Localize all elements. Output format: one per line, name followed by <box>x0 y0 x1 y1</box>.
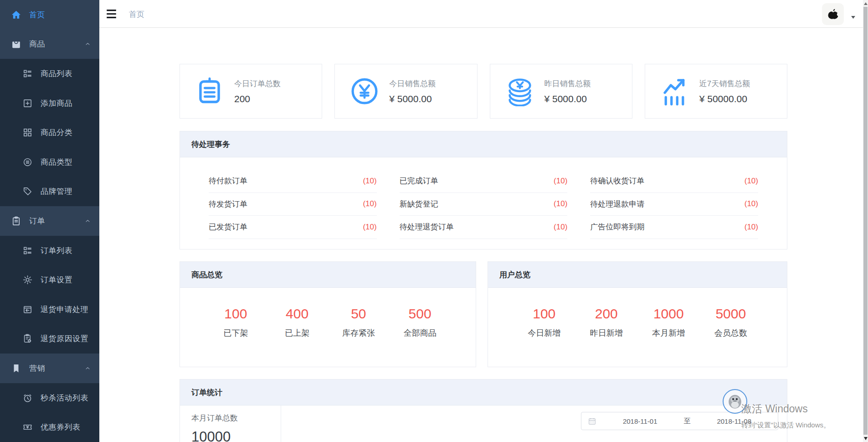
stat-card-value: 200 <box>234 94 281 104</box>
sidebar-item-product-add[interactable]: 添加商品 <box>0 88 99 118</box>
sidebar-item-label: 优惠券列表 <box>41 422 81 432</box>
sidebar-item-product[interactable]: 商品 <box>0 30 99 59</box>
stat-card-label: 近7天销售总额 <box>699 78 750 89</box>
date-separator: 至 <box>684 417 691 426</box>
user-stat: 5000会员总数 <box>700 306 762 338</box>
todo-item-label: 待处理退货订单 <box>400 222 454 232</box>
todo-item[interactable]: 待处理退货订单(10) <box>400 216 568 239</box>
scrollbar-thumb[interactable] <box>863 7 868 435</box>
sidebar-item-label: 品牌管理 <box>41 186 72 197</box>
sidebar-item-label: 退货申请处理 <box>41 304 88 315</box>
scrollbar-up-arrow[interactable] <box>863 0 868 7</box>
order-statistics-title: 订单统计 <box>180 380 787 406</box>
todo-item[interactable]: 待处理退款申请(10) <box>590 193 758 216</box>
tag-icon <box>21 186 34 197</box>
sidebar-item-product-list[interactable]: 商品列表 <box>0 59 99 88</box>
user-stat-value: 1000 <box>637 306 700 322</box>
sidebar-item-label: 退货原因设置 <box>41 333 88 344</box>
sidebar-item-label: 订单设置 <box>41 275 72 285</box>
breadcrumb[interactable]: 首页 <box>129 9 144 20</box>
clipboard-gear-icon <box>21 333 34 344</box>
sidebar-item-marketing[interactable]: 营销 <box>0 354 99 383</box>
todo-item[interactable]: 已发货订单(10) <box>209 216 377 239</box>
coupon-icon <box>21 422 34 433</box>
trend-chart-icon <box>660 76 690 106</box>
user-stat: 100今日新增 <box>513 306 575 338</box>
todo-item[interactable]: 新缺货登记(10) <box>400 193 568 216</box>
sidebar-item-label: 添加商品 <box>41 98 72 109</box>
sidebar-item-home[interactable]: 首页 <box>0 0 99 30</box>
sidebar-item-product-type[interactable]: 商品类型 <box>0 147 99 177</box>
sidebar-item-flash-list[interactable]: 秒杀活动列表 <box>0 383 99 413</box>
coins-icon <box>505 76 535 106</box>
todo-item-count: (10) <box>554 199 567 208</box>
sidebar-item-product-category[interactable]: 商品分类 <box>0 118 99 147</box>
todo-item[interactable]: 待发货订单(10) <box>209 193 377 216</box>
clipboard-icon <box>10 215 22 226</box>
user-stats: 100今日新增200昨日新增1000本月新增5000会员总数 <box>488 288 787 338</box>
todo-item-label: 待确认收货订单 <box>590 176 644 186</box>
product-stat-label: 全部商品 <box>389 328 451 338</box>
stat-card-info: 昨日销售总额¥ 5000.00 <box>544 78 591 104</box>
stat-card-today-sales: 今日销售总额¥ 5000.00 <box>334 64 477 119</box>
add-square-icon <box>21 98 34 109</box>
sidebar-item-label: 首页 <box>29 10 45 20</box>
date-start-input[interactable]: 2018-11-01 <box>596 417 684 425</box>
date-end-input[interactable]: 2018-11-08 <box>691 417 778 425</box>
stat-card-label: 今日订单总数 <box>234 78 281 89</box>
sidebar-item-label: 商品类型 <box>41 157 72 167</box>
todo-item[interactable]: 已完成订单(10) <box>400 170 568 193</box>
stat-card-yesterday-sales: 昨日销售总额¥ 5000.00 <box>490 64 632 119</box>
order-chart-area: 2018-11-01 至 2018-11-08 <box>281 406 787 442</box>
sidebar-item-return-apply[interactable]: 退货申请处理 <box>0 295 99 324</box>
order-metric-label: 本月订单总数 <box>191 413 281 423</box>
product-stat: 50库存紧张 <box>328 306 390 338</box>
qq-widget-button[interactable] <box>723 389 747 414</box>
todo-item-label: 广告位即将到期 <box>590 222 644 232</box>
sidebar-item-order-setting[interactable]: 订单设置 <box>0 265 99 295</box>
bag-icon <box>10 39 22 50</box>
gear-icon <box>21 275 34 286</box>
order-statistics-panel: 订单统计 本月订单总数 10000 2018-11-01 至 2018-11-0… <box>180 379 787 442</box>
product-stat: 400已上架 <box>267 306 328 338</box>
overview-row: 商品总览 100已下架400已上架50库存紧张500全部商品 用户总览 100今… <box>180 250 787 367</box>
user-stat-value: 5000 <box>700 306 762 322</box>
date-range-picker[interactable]: 2018-11-01 至 2018-11-08 <box>581 412 778 430</box>
caret-down-icon[interactable] <box>850 15 856 20</box>
user-stat-value: 100 <box>513 306 575 322</box>
user-stat-value: 200 <box>575 306 638 322</box>
product-overview-title: 商品总览 <box>180 262 476 288</box>
order-metric-value: 10000 <box>191 429 281 442</box>
user-stat-label: 昨日新增 <box>575 328 638 338</box>
hamburger-button[interactable] <box>105 7 118 21</box>
sidebar-item-coupon-list[interactable]: 优惠券列表 <box>0 412 99 442</box>
product-stat-label: 已上架 <box>267 328 328 338</box>
sidebar-item-brand[interactable]: 品牌管理 <box>0 177 99 207</box>
todo-item-count: (10) <box>363 223 376 232</box>
user-overview-title: 用户总览 <box>488 262 787 288</box>
sidebar-item-label: 商品分类 <box>41 127 72 138</box>
sidebar-item-order[interactable]: 订单 <box>0 206 99 236</box>
sidebar-item-order-list[interactable]: 订单列表 <box>0 236 99 265</box>
avatar[interactable] <box>822 3 844 25</box>
stat-card-value: ¥ 50000.00 <box>699 94 750 104</box>
todo-item[interactable]: 待确认收货订单(10) <box>590 170 758 193</box>
todo-panel-title: 待处理事务 <box>180 131 787 157</box>
todo-item-count: (10) <box>554 223 567 232</box>
stat-cards-row: 今日订单总数200今日销售总额¥ 5000.00昨日销售总额¥ 5000.00近… <box>180 64 787 119</box>
sidebar: 首页商品商品列表添加商品商品分类商品类型品牌管理订单订单列表订单设置退货申请处理… <box>0 0 99 442</box>
todo-item-count: (10) <box>745 199 758 208</box>
todo-item-count: (10) <box>745 177 758 186</box>
home-icon <box>10 9 22 20</box>
stat-card-label: 昨日销售总额 <box>544 78 591 89</box>
sidebar-item-return-reason[interactable]: 退货原因设置 <box>0 324 99 354</box>
vertical-scrollbar <box>863 0 868 442</box>
todo-item-count: (10) <box>363 199 376 208</box>
todo-item-label: 已发货订单 <box>209 222 247 232</box>
order-statistics-body: 本月订单总数 10000 2018-11-01 至 2018-11-08 <box>180 406 787 442</box>
todo-item[interactable]: 广告位即将到期(10) <box>590 216 758 239</box>
grid-icon <box>21 127 34 138</box>
todo-item[interactable]: 待付款订单(10) <box>209 170 377 193</box>
scrollbar-down-arrow[interactable] <box>863 435 868 442</box>
chevron-up-icon <box>84 218 91 224</box>
